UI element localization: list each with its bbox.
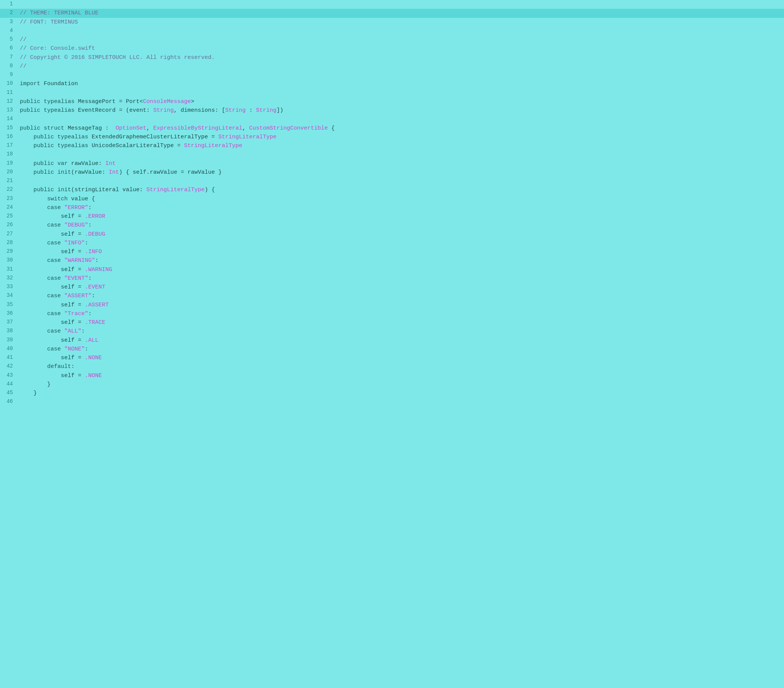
line-content: self = .TRACE — [18, 318, 784, 327]
line-content: case "Trace": — [18, 309, 784, 318]
line-content: // FONT: TERMINUS — [18, 18, 784, 26]
code-line: 35 self = .ASSERT — [0, 301, 784, 309]
line-number: 21 — [0, 177, 18, 186]
line-number: 9 — [0, 71, 18, 79]
line-number: 27 — [0, 230, 18, 239]
code-line: 34 case "ASSERT": — [0, 291, 784, 300]
line-number: 13 — [0, 106, 18, 115]
code-line: 5// — [0, 35, 784, 44]
line-number: 15 — [0, 124, 18, 133]
line-number: 44 — [0, 380, 18, 389]
line-content: self = .ALL — [18, 336, 784, 345]
line-number: 31 — [0, 265, 18, 274]
line-number: 6 — [0, 44, 18, 53]
line-content: self = .ASSERT — [18, 301, 784, 309]
line-content: public typealias MessagePort = Port<Cons… — [18, 97, 784, 106]
line-number: 40 — [0, 345, 18, 354]
line-content: // Core: Console.swift — [18, 44, 784, 53]
line-content: self = .ERROR — [18, 212, 784, 221]
line-content: import Foundation — [18, 79, 784, 88]
line-content: public typealias UnicodeScalarLiteralTyp… — [18, 142, 784, 150]
code-line: 7// Copyright © 2016 SIMPLETOUCH LLC. Al… — [0, 53, 784, 62]
code-line: 33 self = .EVENT — [0, 283, 784, 291]
line-content: case "INFO": — [18, 239, 784, 247]
code-line: 31 self = .WARNING — [0, 265, 784, 274]
line-content — [18, 150, 784, 159]
line-content: self = .WARNING — [18, 265, 784, 274]
code-line: 24 case "ERROR": — [0, 203, 784, 212]
line-content: // — [18, 35, 784, 44]
line-number: 41 — [0, 354, 18, 362]
line-content: self = .INFO — [18, 247, 784, 256]
code-line: 27 self = .DEBUG — [0, 230, 784, 239]
line-number: 1 — [0, 0, 18, 9]
line-number: 39 — [0, 336, 18, 345]
line-content — [18, 71, 784, 79]
line-number: 10 — [0, 79, 18, 88]
line-content: case "EVENT": — [18, 274, 784, 283]
line-content: public init(rawValue: Int) { self.rawVal… — [18, 168, 784, 177]
line-number: 38 — [0, 327, 18, 336]
line-number: 32 — [0, 274, 18, 283]
code-line: 20 public init(rawValue: Int) { self.raw… — [0, 168, 784, 177]
line-number: 7 — [0, 53, 18, 62]
line-number: 2 — [0, 9, 18, 18]
code-editor: 1 2// THEME: TERMINAL BLUE3// FONT: TERM… — [0, 0, 784, 688]
line-number: 11 — [0, 89, 18, 97]
line-content: // Copyright © 2016 SIMPLETOUCH LLC. All… — [18, 53, 784, 62]
line-content: } — [18, 380, 784, 389]
line-number: 37 — [0, 318, 18, 327]
line-content: self = .EVENT — [18, 283, 784, 291]
line-content — [18, 0, 784, 9]
code-line: 26 case "DEBUG": — [0, 221, 784, 230]
line-number: 5 — [0, 35, 18, 44]
line-number: 20 — [0, 168, 18, 177]
line-number: 42 — [0, 362, 18, 371]
code-line: 6// Core: Console.swift — [0, 44, 784, 53]
line-content: case "ALL": — [18, 327, 784, 336]
line-content: case "WARNING": — [18, 256, 784, 265]
code-line: 28 case "INFO": — [0, 239, 784, 247]
code-line: 29 self = .INFO — [0, 247, 784, 256]
line-content — [18, 89, 784, 97]
code-line: 36 case "Trace": — [0, 309, 784, 318]
code-line: 2// THEME: TERMINAL BLUE — [0, 9, 784, 18]
line-number: 36 — [0, 309, 18, 318]
line-content: // — [18, 62, 784, 71]
code-line: 30 case "WARNING": — [0, 256, 784, 265]
line-number: 16 — [0, 133, 18, 142]
code-line: 41 self = .NONE — [0, 354, 784, 362]
line-number: 8 — [0, 62, 18, 71]
line-content: public typealias ExtendedGraphemeCluster… — [18, 133, 784, 142]
code-line: 32 case "EVENT": — [0, 274, 784, 283]
code-line: 25 self = .ERROR — [0, 212, 784, 221]
line-content: case "NONE": — [18, 345, 784, 354]
code-line: 4 — [0, 26, 784, 35]
line-number: 26 — [0, 221, 18, 230]
line-content — [18, 177, 784, 186]
code-line: 40 case "NONE": — [0, 345, 784, 354]
line-number: 25 — [0, 212, 18, 221]
code-line: 3// FONT: TERMINUS — [0, 18, 784, 26]
code-line: 10import Foundation — [0, 79, 784, 88]
line-content: case "ERROR": — [18, 203, 784, 212]
line-content: self = .NONE — [18, 354, 784, 362]
line-content: case "ASSERT": — [18, 291, 784, 300]
code-line: 23 switch value { — [0, 194, 784, 203]
line-content: case "DEBUG": — [18, 221, 784, 230]
code-line: 21 — [0, 177, 784, 186]
line-content: public struct MessageTag : OptionSet, Ex… — [18, 124, 784, 133]
line-number: 14 — [0, 115, 18, 123]
line-number: 29 — [0, 247, 18, 256]
line-number: 12 — [0, 97, 18, 106]
line-content: public var rawValue: Int — [18, 159, 784, 168]
code-line: 14 — [0, 115, 784, 123]
code-line: 37 self = .TRACE — [0, 318, 784, 327]
code-line: 42 default: — [0, 362, 784, 371]
line-number: 3 — [0, 18, 18, 26]
code-line: 12public typealias MessagePort = Port<Co… — [0, 97, 784, 106]
line-number: 33 — [0, 283, 18, 291]
code-line: 15public struct MessageTag : OptionSet, … — [0, 124, 784, 133]
code-line: 8// — [0, 62, 784, 71]
code-container: 1 2// THEME: TERMINAL BLUE3// FONT: TERM… — [0, 0, 784, 407]
